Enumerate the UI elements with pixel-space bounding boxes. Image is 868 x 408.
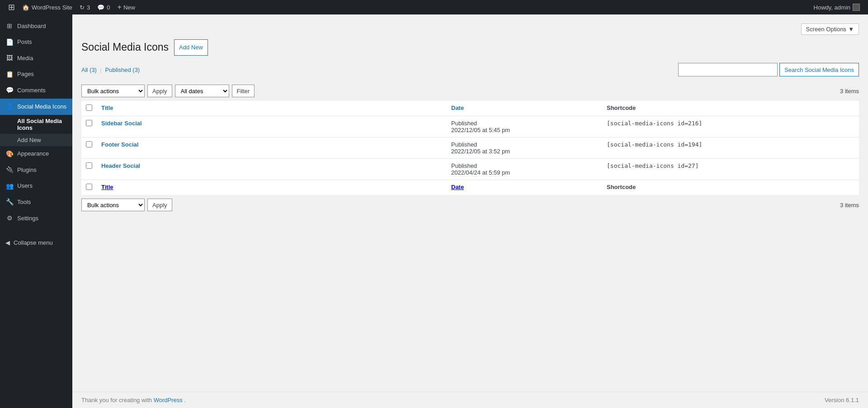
admin-bar: ⊞ 🏠 WordPress Site ↻ 3 💬 0 + New Howdy, … <box>0 0 868 14</box>
select-all-checkbox[interactable] <box>86 104 92 111</box>
title-sort-link[interactable]: Title <box>101 104 113 111</box>
sidebar-item-label: Posts <box>17 38 32 46</box>
search-button[interactable]: Search Social Media Icons <box>779 63 859 76</box>
sidebar-subitem-add-new[interactable]: Add New <box>0 134 72 146</box>
sidebar-item-appearance[interactable]: 🎨 Appearance <box>0 146 72 162</box>
title-column-header: Title <box>97 101 447 116</box>
date-filter-select[interactable]: All dates <box>175 85 229 97</box>
screen-options-button[interactable]: Screen Options ▼ <box>801 24 859 35</box>
row-shortcode-value: [social-media-icons id=194] <box>607 141 702 148</box>
date-sort-link[interactable]: Date <box>451 104 464 111</box>
pages-icon: 📋 <box>5 70 14 79</box>
screen-options-bar: Screen Options ▼ <box>81 24 859 35</box>
adminbar-comments[interactable]: 💬 0 <box>94 0 113 14</box>
sidebar-item-social-media-icons[interactable]: 👤 Social Media Icons <box>0 99 72 115</box>
row-title-link[interactable]: Footer Social <box>101 141 138 148</box>
sidebar-item-comments[interactable]: 💬 Comments <box>0 82 72 99</box>
sidebar-item-tools[interactable]: 🔧 Tools <box>0 194 72 210</box>
plus-icon: + <box>118 3 122 11</box>
sidebar-item-pages[interactable]: 📋 Pages <box>0 66 72 83</box>
sidebar-item-plugins[interactable]: 🔌 Plugins <box>0 162 72 178</box>
social-icon: 👤 <box>5 102 14 111</box>
sidebar-item-label: Pages <box>17 70 34 78</box>
wp-logo[interactable]: ⊞ <box>5 2 19 12</box>
apply-button-bottom[interactable]: Apply <box>147 199 172 211</box>
sidebar-item-label: Appearance <box>17 150 49 158</box>
search-input[interactable] <box>678 63 778 76</box>
sidebar-subitem-all[interactable]: All Social Media Icons <box>0 115 72 134</box>
sidebar-item-label: Settings <box>17 214 38 223</box>
tools-icon: 🔧 <box>5 198 14 207</box>
collapse-menu-label: Collapse menu <box>14 239 53 246</box>
items-count-bottom: 3 items <box>840 202 859 209</box>
sidebar-item-settings[interactable]: ⚙ Settings <box>0 210 72 227</box>
adminbar-new-label: New <box>123 4 135 11</box>
footer-version: Version 6.1.1 <box>825 397 859 403</box>
table-header-row: Title Date Shortcode <box>81 101 859 116</box>
posts-table: Title Date Shortcode Sidebar Social <box>81 101 859 195</box>
table-row: Sidebar Social Published 2022/12/05 at 5… <box>81 116 859 138</box>
page-header: Social Media Icons Add New <box>81 39 859 56</box>
bulk-actions-select-top[interactable]: Bulk actions <box>81 85 145 97</box>
row-date-status: Published <box>451 162 477 169</box>
row-date-status: Published <box>451 141 477 148</box>
select-all-checkbox-footer[interactable] <box>86 184 92 190</box>
row-title-cell: Footer Social <box>97 138 447 159</box>
filter-published[interactable]: Published (3) <box>105 66 140 73</box>
row-title-link[interactable]: Header Social <box>101 162 140 169</box>
collapse-icon: ◀ <box>5 239 10 246</box>
posts-icon: 📄 <box>5 38 14 47</box>
select-all-header <box>81 101 97 116</box>
adminbar-howdy[interactable]: Howdy, admin <box>810 0 863 14</box>
apply-button-top[interactable]: Apply <box>147 85 172 97</box>
comments-icon: 💬 <box>97 4 104 11</box>
row-date-value: 2022/12/05 at 5:45 pm <box>451 127 510 133</box>
title-footer-header: Title <box>97 180 447 195</box>
sidebar-item-label: Comments <box>17 86 46 95</box>
adminbar-updates-count: 3 <box>87 4 90 11</box>
collapse-menu-button[interactable]: ◀ Collapse menu <box>0 236 72 250</box>
row-date-value: 2022/12/05 at 3:52 pm <box>451 148 510 155</box>
sidebar-item-posts[interactable]: 📄 Posts <box>0 34 72 51</box>
table-body: Sidebar Social Published 2022/12/05 at 5… <box>81 116 859 180</box>
users-icon: 👥 <box>5 182 14 191</box>
sidebar-item-media[interactable]: 🖼 Media <box>0 50 72 66</box>
footer-thank-you: Thank you for creating with <box>81 397 154 403</box>
bulk-action-bar-top: Bulk actions Apply All dates Filter 3 it… <box>81 85 859 97</box>
chevron-down-icon: ▼ <box>848 26 854 33</box>
row-shortcode-cell: [social-media-icons id=194] <box>602 138 859 159</box>
search-bar: Search Social Media Icons <box>678 63 859 76</box>
row-checkbox[interactable] <box>86 141 92 147</box>
filter-links: All (3) | Published (3) <box>81 66 140 73</box>
footer-wordpress-link[interactable]: WordPress <box>154 397 183 403</box>
adminbar-updates[interactable]: ↻ 3 <box>76 0 94 14</box>
table-row: Footer Social Published 2022/12/05 at 3:… <box>81 138 859 159</box>
row-date-cell: Published 2022/04/24 at 5:59 pm <box>447 159 602 180</box>
row-checkbox[interactable] <box>86 120 92 126</box>
row-checkbox-cell <box>81 159 97 180</box>
sidebar: ⊞ Dashboard 📄 Posts 🖼 Media 📋 Pages 💬 Co… <box>0 14 72 408</box>
date-footer-header: Date <box>447 180 602 195</box>
sidebar-item-dashboard[interactable]: ⊞ Dashboard <box>0 18 72 34</box>
updates-icon: ↻ <box>80 4 85 11</box>
shortcode-footer-header: Shortcode <box>602 180 859 195</box>
adminbar-site[interactable]: 🏠 WordPress Site <box>19 0 76 14</box>
filter-button[interactable]: Filter <box>232 85 255 97</box>
sidebar-item-users[interactable]: 👥 Users <box>0 178 72 195</box>
filter-all[interactable]: All (3) <box>81 66 97 73</box>
date-column-header: Date <box>447 101 602 116</box>
date-footer-sort-link[interactable]: Date <box>451 184 464 190</box>
row-title-cell: Header Social <box>97 159 447 180</box>
row-date-cell: Published 2022/12/05 at 5:45 pm <box>447 116 602 138</box>
adminbar-new[interactable]: + New <box>114 0 139 14</box>
row-checkbox-cell <box>81 138 97 159</box>
footer-credit: Thank you for creating with WordPress . <box>81 397 186 403</box>
row-title-link[interactable]: Sidebar Social <box>101 120 142 127</box>
plugins-icon: 🔌 <box>5 166 14 175</box>
add-new-button[interactable]: Add New <box>174 39 208 56</box>
title-footer-sort-link[interactable]: Title <box>101 184 113 190</box>
sidebar-submenu: All Social Media Icons Add New <box>0 115 72 146</box>
bulk-actions-select-bottom[interactable]: Bulk actions <box>81 199 145 211</box>
row-checkbox[interactable] <box>86 162 92 169</box>
table-footer-row: Title Date Shortcode <box>81 180 859 195</box>
